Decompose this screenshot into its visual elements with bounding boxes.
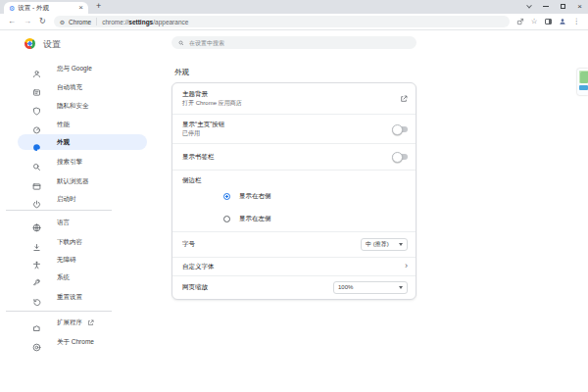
sidebar-item-downloads[interactable]: 下载内容: [18, 234, 147, 250]
puzzle-icon: [32, 318, 41, 327]
sidebar-item-label: 您与 Google: [57, 65, 92, 74]
sidebar-item-label: 系统: [57, 273, 70, 282]
bookmarks-bar-toggle[interactable]: [394, 154, 408, 160]
row-subtitle: 打开 Chrome 应用商店: [182, 99, 242, 107]
sidebar-divider: [6, 210, 112, 211]
window-close-button[interactable]: ×: [577, 3, 582, 11]
gear-icon: ⚙: [60, 19, 65, 25]
omnibox-divider: [96, 18, 97, 25]
thumbnail-blue-shape: [579, 85, 588, 90]
power-icon: [32, 195, 41, 204]
side-panel-section: 侧边栏 显示在右侧 显示在左侧: [172, 170, 416, 231]
chrome-icon: [32, 338, 41, 347]
row-title: 显示书签栏: [182, 152, 215, 162]
sidebar-item-reset-settings[interactable]: 重置设置: [18, 289, 147, 305]
globe-icon: [32, 219, 41, 227]
sidebar-item-label: 启动时: [57, 195, 76, 204]
side-panel-right-option[interactable]: 显示在右侧: [182, 185, 408, 208]
sidebar-item-label: 默认浏览器: [57, 177, 89, 186]
radio-label: 显示在右侧: [239, 192, 271, 201]
row-title: 自定义字体: [182, 262, 215, 271]
share-icon[interactable]: [516, 18, 524, 25]
browser-toolbar: ← → ↻ ⚙ Chrome chrome://settings/appeara…: [0, 14, 588, 30]
side-panel-icon[interactable]: [545, 19, 552, 24]
sidebar-item-autofill[interactable]: 自动填充: [18, 79, 147, 95]
dropdown-arrow-icon: [399, 286, 403, 289]
page-zoom-select[interactable]: 100%: [333, 281, 408, 294]
thumbnail-green-shape: [579, 71, 588, 83]
download-icon: [32, 238, 41, 247]
home-button-toggle[interactable]: [394, 126, 408, 132]
new-tab-button[interactable]: +: [96, 1, 101, 11]
window-chevron-down-icon[interactable]: [526, 2, 532, 8]
row-subtitle: 已停用: [182, 129, 224, 137]
sidebar-divider: [6, 311, 112, 312]
sidebar-item-search-engine[interactable]: 搜索引擎: [18, 154, 147, 170]
url-host: settings: [128, 19, 153, 25]
minimize-button[interactable]: [543, 6, 549, 7]
settings-search[interactable]: [172, 36, 416, 49]
sidebar-item-label: 下载内容: [57, 238, 82, 247]
row-title: 网页缩放: [182, 282, 208, 292]
font-size-select[interactable]: 中 (推荐): [361, 238, 408, 251]
sidebar-item-on-startup[interactable]: 启动时: [18, 191, 147, 207]
search-icon: [32, 158, 41, 167]
customize-fonts-row[interactable]: 自定义字体 ›: [172, 257, 416, 275]
page-zoom-row: 网页缩放 100%: [172, 275, 416, 299]
tab-title: 设置 - 外观: [18, 4, 78, 13]
reload-icon[interactable]: ↻: [39, 18, 46, 25]
accessibility-icon: [32, 256, 41, 265]
forward-icon[interactable]: →: [24, 18, 31, 25]
tab-close-icon[interactable]: ×: [78, 4, 83, 12]
radio-unselected-icon[interactable]: [223, 216, 230, 222]
sidebar-item-default-browser[interactable]: 默认浏览器: [18, 173, 147, 189]
sidebar-item-performance[interactable]: 性能: [18, 117, 147, 132]
sidebar-item-privacy-security[interactable]: 隐私和安全: [18, 98, 147, 114]
sidebar-item-label: 性能: [57, 121, 70, 129]
sidebar-item-accessibility[interactable]: 无障碍: [18, 252, 147, 268]
external-link-icon[interactable]: [400, 95, 408, 103]
dropdown-arrow-icon: [399, 243, 403, 246]
section-title: 外观: [174, 68, 189, 77]
side-panel-title: 侧边栏: [182, 175, 408, 185]
tab-strip: ⚙ 设置 - 外观 × + ×: [0, 0, 588, 14]
edge-thumbnail-icon: [577, 69, 588, 95]
url-prefix: chrome://: [102, 19, 128, 25]
font-size-row: 字号 中 (推荐): [172, 231, 416, 257]
address-bar[interactable]: ⚙ Chrome chrome://settings/appearance: [54, 16, 510, 27]
select-value: 100%: [338, 284, 353, 290]
theme-row[interactable]: 主题背景 打开 Chrome 应用商店: [172, 83, 416, 114]
radio-selected-icon[interactable]: [223, 193, 230, 200]
home-button-text: 显示“主页”按钮 已停用: [182, 120, 224, 137]
tab-settings[interactable]: ⚙ 设置 - 外观 ×: [4, 2, 88, 14]
menu-dots-icon[interactable]: ⋮: [573, 18, 581, 25]
radio-label: 显示在左侧: [239, 215, 271, 223]
side-panel-left-option[interactable]: 显示在左侧: [182, 208, 408, 230]
sidebar-item-about-chrome[interactable]: 关于 Chrome: [18, 334, 147, 350]
toolbar-actions: ☆ ⋮: [516, 18, 580, 25]
row-title: 主题背景: [182, 89, 242, 99]
url-text: chrome://settings/appearance: [102, 19, 188, 25]
select-value: 中 (推荐): [366, 240, 389, 249]
site-label: Chrome: [69, 19, 91, 25]
search-input[interactable]: [189, 40, 410, 46]
sidebar-item-appearance[interactable]: 外观: [18, 134, 147, 150]
gear-icon: ⚙: [9, 5, 15, 12]
back-icon[interactable]: ←: [8, 18, 16, 25]
show-bookmarks-bar-row: 显示书签栏: [172, 143, 416, 170]
speedometer-icon: [32, 121, 41, 129]
sidebar-item-system[interactable]: 系统: [18, 270, 147, 285]
sidebar-item-extensions[interactable]: 扩展程序: [18, 315, 147, 330]
sidebar-item-label: 无障碍: [57, 256, 76, 265]
shield-icon: [32, 102, 41, 111]
sidebar-item-label: 语言: [57, 219, 70, 227]
chrome-logo: [24, 38, 35, 49]
sidebar-item-languages[interactable]: 语言: [18, 215, 147, 230]
wrench-icon: [32, 273, 41, 282]
bookmark-star-icon[interactable]: ☆: [531, 18, 538, 25]
sidebar-item-label: 扩展程序: [57, 318, 82, 327]
reset-icon: [32, 293, 41, 302]
profile-avatar[interactable]: [559, 18, 566, 25]
sidebar-item-you-and-google[interactable]: 您与 Google: [18, 61, 147, 76]
maximize-button[interactable]: [561, 4, 565, 9]
